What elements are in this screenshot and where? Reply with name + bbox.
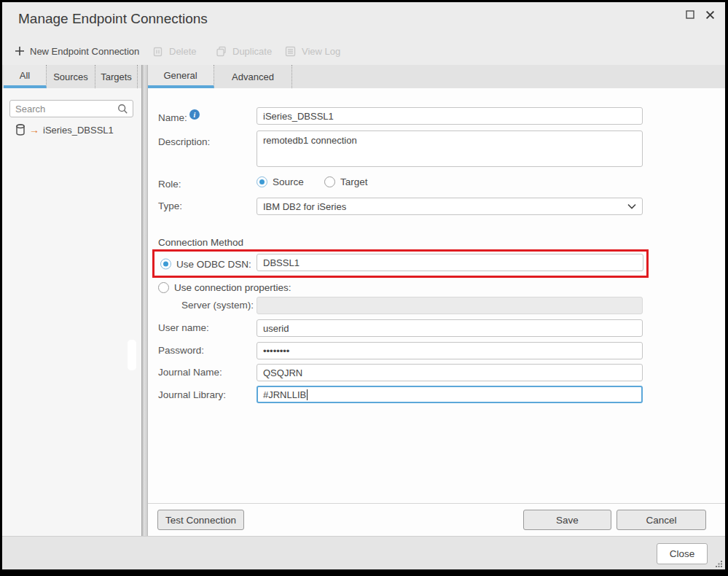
test-connection-button[interactable]: Test Connection (157, 510, 244, 530)
database-icon (15, 124, 26, 136)
tab-advanced[interactable]: Advanced (214, 65, 292, 88)
cancel-button[interactable]: Cancel (617, 510, 706, 530)
use-odbc-dsn-label: Use ODBC DSN: (176, 258, 251, 269)
new-endpoint-connection-label: New Endpoint Connection (30, 46, 139, 57)
close-dialog-button[interactable]: Close (657, 543, 708, 564)
maximize-button[interactable] (685, 9, 695, 20)
plus-icon (15, 46, 25, 56)
tab-advanced-label: Advanced (232, 71, 274, 82)
close-icon (705, 10, 715, 20)
dialog-footer: Close (2, 536, 725, 569)
sidebar-scrollbar-thumb[interactable] (128, 340, 136, 370)
tab-bar: All Sources Targets General Advanced (2, 65, 725, 88)
radio-selected-icon (160, 258, 171, 269)
username-label: User name: (158, 322, 209, 333)
text-caret (307, 389, 308, 400)
role-target-radio[interactable]: Target (324, 176, 368, 187)
role-source-radio[interactable]: Source (257, 176, 304, 187)
description-input[interactable]: remotedb1 connection (257, 131, 643, 167)
duplicate-label: Duplicate (232, 46, 272, 57)
chevron-down-icon (627, 203, 636, 209)
button-row-divider (148, 503, 725, 504)
password-input[interactable] (257, 342, 643, 359)
description-label: Description: (158, 136, 210, 147)
journal-library-value: #JRNLLIB (263, 389, 306, 400)
role-target-label: Target (340, 176, 368, 187)
resize-grip-icon[interactable] (715, 560, 723, 568)
dialog-title: Manage Endpoint Connections (18, 11, 208, 27)
save-button[interactable]: Save (523, 510, 611, 530)
maximize-icon (686, 10, 694, 19)
odbc-dsn-highlight-box: Use ODBC DSN: (152, 249, 649, 278)
search-icon (117, 104, 128, 114)
view-log-icon (284, 45, 297, 58)
use-connection-properties-radio[interactable]: Use connection properties: (158, 282, 291, 293)
window-controls (685, 9, 715, 20)
username-input[interactable] (257, 319, 643, 337)
delete-label: Delete (169, 46, 197, 57)
journal-library-input[interactable]: #JRNLLIB (257, 386, 643, 403)
tab-all[interactable]: All (4, 65, 47, 88)
endpoint-list-item[interactable]: → iSeries_DBSSL1 (15, 122, 114, 138)
delete-button[interactable]: Delete (152, 43, 197, 59)
type-select[interactable]: IBM DB2 for iSeries (257, 198, 643, 215)
view-log-label: View Log (302, 46, 340, 57)
tab-sources[interactable]: Sources (47, 65, 95, 88)
search-input[interactable] (15, 101, 116, 117)
tab-general[interactable]: General (147, 65, 214, 88)
odbc-dsn-input[interactable] (257, 254, 643, 271)
endpoint-item-label: iSeries_DBSSL1 (43, 125, 114, 136)
info-icon[interactable]: i (189, 109, 200, 120)
close-button[interactable] (705, 9, 715, 20)
main-area: → iSeries_DBSSL1 Name:i Description: rem… (2, 88, 725, 536)
journal-name-input[interactable] (257, 364, 643, 381)
endpoint-form-panel: Name:i Description: remotedb1 connection… (148, 88, 725, 536)
use-odbc-dsn-radio[interactable]: Use ODBC DSN: (160, 258, 251, 269)
tab-targets[interactable]: Targets (95, 65, 138, 88)
name-label: Name:i (158, 109, 200, 123)
tab-all-label: All (20, 70, 30, 81)
journal-name-label: Journal Name: (158, 367, 222, 378)
radio-unselected-icon (158, 282, 169, 293)
password-label: Password: (158, 345, 204, 356)
role-label: Role: (158, 179, 181, 190)
tab-general-label: General (163, 70, 197, 81)
journal-library-label: Journal Library: (158, 389, 226, 400)
type-label: Type: (158, 201, 182, 211)
endpoint-list-sidebar: → iSeries_DBSSL1 (2, 88, 141, 536)
type-select-value: IBM DB2 for iSeries (263, 201, 346, 212)
radio-selected-icon (257, 176, 267, 187)
source-arrow-icon: → (29, 125, 39, 135)
duplicate-icon (215, 45, 227, 58)
role-source-label: Source (273, 176, 304, 187)
tab-targets-label: Targets (101, 71, 132, 82)
radio-unselected-icon (324, 176, 335, 187)
search-box (9, 100, 133, 117)
title-bar: Manage Endpoint Connections (2, 2, 725, 37)
server-input (257, 297, 643, 314)
name-label-text: Name: (158, 112, 187, 123)
toolbar: New Endpoint Connection Delete Duplicate… (2, 37, 725, 65)
use-connection-properties-label: Use connection properties: (174, 282, 291, 293)
server-label: Server (system): (181, 300, 254, 311)
view-log-button[interactable]: View Log (284, 43, 340, 59)
tab-sources-label: Sources (53, 71, 88, 82)
duplicate-button[interactable]: Duplicate (215, 43, 272, 59)
connection-method-heading: Connection Method (158, 237, 243, 248)
name-input[interactable] (257, 107, 643, 125)
trash-icon (152, 45, 164, 58)
new-endpoint-connection-button[interactable]: New Endpoint Connection (15, 43, 139, 59)
manage-endpoint-connections-dialog: Manage Endpoint Connections New Endpoint… (2, 2, 725, 569)
